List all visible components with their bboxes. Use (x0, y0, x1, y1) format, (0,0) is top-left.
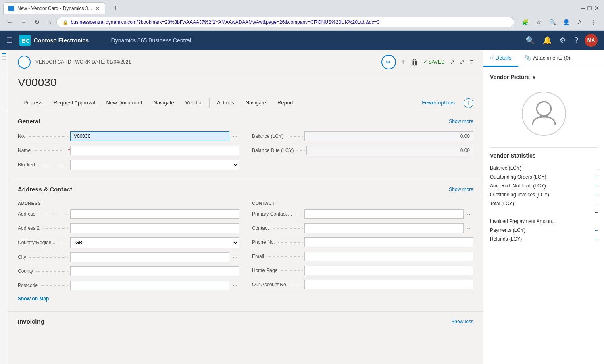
favorites-icon[interactable]: ☆ (533, 17, 544, 28)
page-title-section: V00030 (8, 73, 483, 96)
general-show-more-btn[interactable]: Show more (449, 119, 473, 124)
translate-icon[interactable]: A (574, 17, 585, 28)
delete-button[interactable]: 🗑 (410, 58, 419, 67)
browser-search-icon[interactable]: 🔍 (547, 17, 558, 28)
menu-item-vendor[interactable]: Vendor (180, 96, 208, 111)
invoicing-section: Invoicing Show less (8, 311, 483, 336)
postcode-field-row: Postcode ··· (18, 279, 239, 293)
city-input-wrapper: ··· (70, 252, 239, 262)
menu-item-fewer-options[interactable]: Fewer options (416, 96, 460, 111)
home-page-input[interactable] (304, 266, 473, 275)
saved-badge: ✓ SAVED (423, 59, 445, 65)
info-button[interactable]: i (464, 98, 473, 108)
page-header: ← VENDOR CARD | WORK DATE: 01/04/2021 ✏ … (8, 50, 483, 73)
refresh-btn[interactable]: ↻ (32, 18, 42, 27)
menu-item-request-approval[interactable]: Request Approval (48, 96, 101, 111)
svg-point-2 (537, 102, 551, 116)
new-tab-button[interactable]: + (110, 2, 121, 14)
chevron-down-icon: ∨ (532, 74, 536, 80)
edit-button[interactable]: ✏ (381, 55, 396, 69)
country-region-input-wrapper: GB US DE (70, 237, 239, 248)
help-btn[interactable]: ? (573, 35, 580, 46)
stat-value: – (595, 227, 598, 233)
forward-nav-btn[interactable]: → (19, 18, 29, 27)
name-input[interactable] (70, 146, 239, 155)
our-account-no-input[interactable] (304, 280, 473, 289)
country-region-select[interactable]: GB US DE (70, 237, 239, 248)
menu-item-process[interactable]: Process (18, 96, 48, 111)
search-btn[interactable]: 🔍 (524, 34, 536, 46)
address-column: ADDRESS Address Address 2 (18, 198, 239, 305)
back-nav-btn[interactable]: ← (5, 18, 15, 27)
primary-contact-input[interactable] (304, 209, 464, 219)
balance-due-lcy-field-row: Balance Due (LCY) (252, 144, 473, 158)
stat-row-outstanding-invoices: Outstanding Invoices (LCY) – (490, 190, 598, 199)
general-section-header: General Show more (18, 118, 473, 125)
settings-btn[interactable]: ⚙ (558, 34, 568, 46)
email-input-wrapper (304, 252, 473, 261)
breadcrumb: VENDOR CARD | WORK DATE: 01/04/2021 (35, 59, 131, 65)
city-label: City (18, 254, 70, 260)
profiles-icon[interactable]: 👤 (560, 17, 572, 28)
more-options-button[interactable]: ≡ (470, 58, 473, 66)
postcode-lookup-btn[interactable]: ··· (231, 282, 239, 289)
address2-input[interactable] (70, 223, 239, 233)
back-button[interactable]: ← (18, 56, 31, 69)
window-maximize-btn[interactable]: □ (587, 4, 592, 12)
county-input[interactable] (70, 266, 239, 276)
city-input[interactable] (70, 252, 229, 262)
url-bar[interactable]: 🔒 businesscentral.dynamics.com/?bookmark… (56, 17, 514, 27)
email-label: Email (252, 254, 304, 259)
blocked-select[interactable]: Payment All (70, 160, 239, 170)
window-minimize-btn[interactable]: ─ (581, 4, 585, 12)
stat-label: Payments (LCY) (490, 227, 525, 233)
app-title: Dynamics 365 Business Central (111, 37, 191, 44)
window-close-btn[interactable]: ✕ (594, 4, 599, 12)
address-input[interactable] (70, 209, 239, 219)
postcode-input-wrapper: ··· (70, 281, 239, 290)
general-left-col: No. ··· Name * (18, 129, 239, 173)
contact-input[interactable] (304, 223, 464, 233)
blocked-field-input: Payment All (70, 160, 239, 170)
add-button[interactable]: + (401, 58, 406, 67)
active-tab[interactable]: New - Vendor Card - Dynamics 3... ✕ (3, 2, 105, 14)
contact-input-wrapper: ··· (304, 223, 473, 233)
menu-item-new-document[interactable]: New Document (101, 96, 148, 111)
extensions-icon[interactable]: 🧩 (519, 17, 531, 28)
attachments-icon: 📎 (525, 55, 531, 61)
email-input[interactable] (304, 252, 473, 261)
app-logo: BC Contoso Electronics (19, 35, 89, 46)
invoicing-section-header: Invoicing Show less (18, 318, 473, 325)
tab-title: New - Vendor Card - Dynamics 3... (17, 6, 92, 11)
menu-item-actions[interactable]: Actions (211, 96, 240, 111)
address-show-more-btn[interactable]: Show more (449, 187, 473, 192)
browser-toolbar: 🧩 ☆ 🔍 👤 A ⋮ (519, 17, 599, 28)
no-input[interactable] (70, 131, 229, 141)
expand-button[interactable]: ↗ (450, 58, 455, 66)
postcode-input[interactable] (70, 281, 229, 290)
avatar-circle (522, 92, 566, 136)
sidebar-indicator (2, 56, 6, 57)
home-btn[interactable]: ⌂ (45, 18, 53, 27)
compact-button[interactable]: ⤢ (460, 58, 465, 66)
contact-lookup-btn[interactable]: ··· (465, 225, 473, 231)
our-account-no-input-wrapper (304, 280, 473, 289)
phone-no-input[interactable] (304, 237, 473, 247)
attachments-tab[interactable]: 📎 Attachments (0) (518, 50, 577, 67)
menu-item-navigate-2[interactable]: Navigate (240, 96, 272, 111)
stat-label: Balance (LCY) (490, 165, 521, 171)
city-lookup-btn[interactable]: ··· (231, 254, 239, 260)
tab-close-btn[interactable]: ✕ (95, 5, 100, 12)
menu-item-report[interactable]: Report (272, 96, 299, 111)
vendor-number-title: V00030 (18, 76, 473, 89)
menu-item-navigate-1[interactable]: Navigate (148, 96, 179, 111)
show-on-map-link[interactable]: Show on Map (18, 293, 49, 305)
invoicing-show-less-btn[interactable]: Show less (451, 319, 473, 324)
notification-btn[interactable]: 🔔 (541, 34, 553, 46)
no-lookup-btn[interactable]: ··· (231, 133, 239, 139)
app-menu-icon[interactable]: ☰ (6, 36, 13, 45)
primary-contact-lookup-btn[interactable]: ··· (465, 211, 473, 217)
user-avatar[interactable]: MA (585, 34, 598, 47)
details-tab[interactable]: ○ Details (483, 50, 518, 67)
settings-icon-2[interactable]: ⋮ (588, 17, 599, 28)
